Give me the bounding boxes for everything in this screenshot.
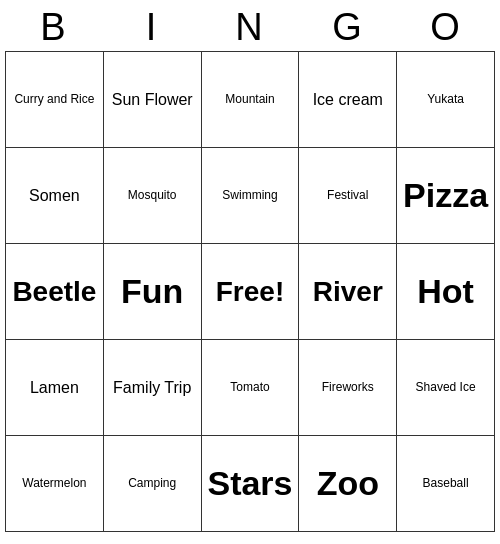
bingo-cell: Stars [202,436,300,532]
bingo-cell-text: Festival [327,188,368,202]
bingo-header-letter: B [5,4,103,51]
bingo-header-letter: N [201,4,299,51]
bingo-cell: Sun Flower [104,52,202,148]
bingo-cell-text: Pizza [403,175,488,216]
bingo-cell: Fireworks [299,340,397,436]
bingo-cell-text: Family Trip [113,378,191,397]
bingo-cell-text: Tomato [230,380,269,394]
bingo-cell: Family Trip [104,340,202,436]
bingo-cell: Fun [104,244,202,340]
bingo-cell: Lamen [6,340,104,436]
bingo-cell: Mountain [202,52,300,148]
bingo-cell: Somen [6,148,104,244]
bingo-cell: Yukata [397,52,495,148]
bingo-cell-text: Somen [29,186,80,205]
bingo-cell-text: Beetle [12,275,96,309]
bingo-cell-text: Free! [216,275,284,309]
bingo-header-letter: G [299,4,397,51]
bingo-cell-text: Yukata [427,92,464,106]
bingo-cell-text: Mountain [225,92,274,106]
bingo-cell: Ice cream [299,52,397,148]
bingo-cell: Tomato [202,340,300,436]
bingo-cell: Curry and Rice [6,52,104,148]
bingo-header-letter: O [397,4,495,51]
bingo-cell-text: Mosquito [128,188,177,202]
bingo-cell: Free! [202,244,300,340]
bingo-cell: Hot [397,244,495,340]
bingo-cell: Shaved Ice [397,340,495,436]
bingo-cell: Mosquito [104,148,202,244]
bingo-cell: River [299,244,397,340]
bingo-cell-text: Shaved Ice [416,380,476,394]
bingo-cell-text: Fireworks [322,380,374,394]
bingo-cell: Zoo [299,436,397,532]
bingo-header-letter: I [103,4,201,51]
bingo-cell-text: Camping [128,476,176,490]
bingo-cell-text: River [313,275,383,309]
bingo-cell-text: Curry and Rice [14,92,94,106]
bingo-grid: Curry and RiceSun FlowerMountainIce crea… [5,51,495,532]
bingo-cell-text: Hot [417,271,474,312]
bingo-cell: Watermelon [6,436,104,532]
bingo-card: BINGO Curry and RiceSun FlowerMountainIc… [5,4,495,532]
bingo-cell-text: Swimming [222,188,277,202]
bingo-cell-text: Stars [207,463,292,504]
bingo-cell-text: Lamen [30,378,79,397]
bingo-cell: Pizza [397,148,495,244]
bingo-cell-text: Zoo [317,463,379,504]
bingo-cell: Festival [299,148,397,244]
bingo-cell-text: Watermelon [22,476,86,490]
bingo-cell-text: Fun [121,271,183,312]
bingo-cell: Swimming [202,148,300,244]
bingo-cell-text: Sun Flower [112,90,193,109]
bingo-cell: Beetle [6,244,104,340]
bingo-cell-text: Baseball [423,476,469,490]
bingo-cell: Baseball [397,436,495,532]
bingo-header: BINGO [5,4,495,51]
bingo-cell-text: Ice cream [313,90,383,109]
bingo-cell: Camping [104,436,202,532]
